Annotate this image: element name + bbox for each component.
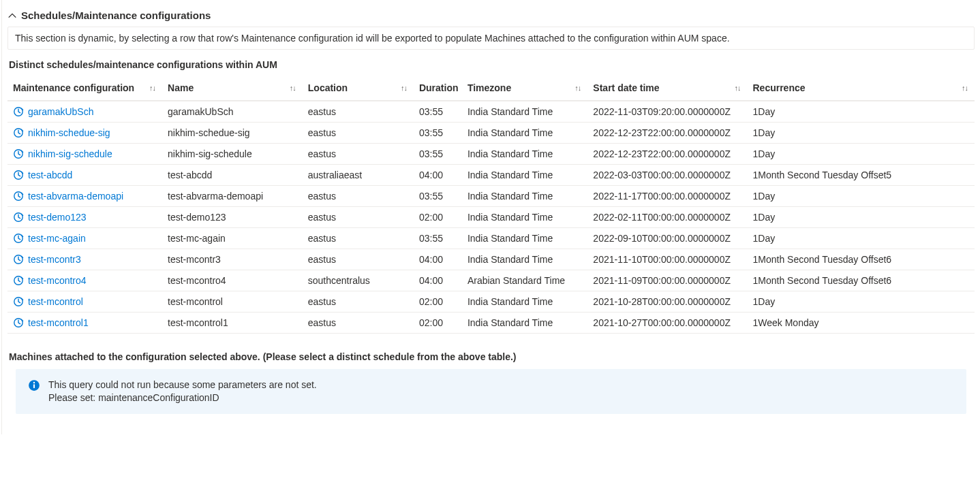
sort-icon[interactable]: ↑↓: [962, 84, 968, 92]
cell-location: eastus: [303, 186, 414, 207]
table-row[interactable]: test-abcddtest-abcddaustraliaeast04:00In…: [7, 165, 975, 186]
cell-timezone: India Standard Time: [462, 101, 587, 123]
maintenance-config-link[interactable]: test-mcontrol1: [28, 317, 89, 328]
table-row[interactable]: test-demo123test-demo123eastus02:00India…: [7, 207, 975, 228]
sort-icon[interactable]: ↑↓: [290, 84, 296, 92]
cell-duration: 03:55: [414, 228, 462, 249]
cell-timezone: India Standard Time: [462, 291, 587, 313]
cell-recurrence: 1Week Monday: [747, 313, 975, 334]
section-title: Schedules/Maintenance configurations: [21, 10, 211, 21]
cell-start: 2021-10-27T00:00:00.0000000Z: [587, 313, 747, 334]
cell-duration: 03:55: [414, 101, 462, 123]
maintenance-config-link[interactable]: nikhim-sig-schedule: [28, 148, 112, 159]
table-row[interactable]: garamakUbSchgaramakUbScheastus03:55India…: [7, 101, 975, 123]
cell-start: 2021-11-09T00:00:00.0000000Z: [587, 270, 747, 291]
table-row[interactable]: test-mcontr3test-mcontr3eastus04:00India…: [7, 249, 975, 270]
table-row[interactable]: test-mc-againtest-mc-againeastus03:55Ind…: [7, 228, 975, 249]
maintenance-config-icon: [13, 254, 24, 265]
maintenance-config-link[interactable]: garamakUbSch: [28, 106, 94, 117]
table-row[interactable]: test-mcontroltest-mcontroleastus02:00Ind…: [7, 291, 975, 313]
cell-location: eastus: [303, 101, 414, 123]
col-header-timezone[interactable]: Timezone ↑↓: [462, 76, 587, 100]
maintenance-config-link[interactable]: test-mc-again: [28, 233, 86, 244]
cell-start: 2022-12-23T22:00:00.0000000Z: [587, 123, 747, 144]
cell-start: 2022-11-17T00:00:00.0000000Z: [587, 186, 747, 207]
maintenance-config-icon: [13, 275, 24, 286]
col-header-start[interactable]: Start date time ↑↓: [587, 76, 747, 100]
maintenance-config-icon: [13, 212, 24, 223]
cell-recurrence: 1Day: [747, 186, 975, 207]
maintenance-config-link[interactable]: test-mcontr3: [28, 254, 81, 265]
section-header[interactable]: Schedules/Maintenance configurations: [7, 4, 975, 24]
col-header-label: Maintenance configuration: [13, 82, 134, 93]
col-header-location[interactable]: Location ↑↓: [303, 76, 414, 100]
schedules-table: Maintenance configuration ↑↓ Name ↑↓ Loc…: [7, 76, 975, 100]
col-header-name[interactable]: Name ↑↓: [162, 76, 303, 100]
cell-duration: 04:00: [414, 165, 462, 186]
maintenance-config-icon: [13, 106, 24, 117]
maintenance-config-icon: [13, 148, 24, 159]
section-intro: This section is dynamic, by selecting a …: [7, 27, 975, 50]
cell-name: test-mcontro4: [162, 270, 303, 291]
cell-recurrence: 1Day: [747, 123, 975, 144]
cell-duration: 03:55: [414, 144, 462, 165]
cell-name: test-mc-again: [162, 228, 303, 249]
cell-location: eastus: [303, 207, 414, 228]
table-scroll-region[interactable]: garamakUbSchgaramakUbScheastus03:55India…: [7, 100, 975, 334]
machines-heading: Machines attached to the configuration s…: [9, 351, 975, 362]
cell-duration: 02:00: [414, 207, 462, 228]
cell-name: test-demo123: [162, 207, 303, 228]
sort-icon[interactable]: ↑↓: [401, 84, 407, 92]
cell-duration: 04:00: [414, 249, 462, 270]
cell-start: 2022-02-11T00:00:00.0000000Z: [587, 207, 747, 228]
table-row[interactable]: nikhim-schedue-signikhim-schedue-sigeast…: [7, 123, 975, 144]
cell-location: eastus: [303, 249, 414, 270]
table-row[interactable]: nikhim-sig-schedulenikhim-sig-scheduleea…: [7, 144, 975, 165]
col-header-label: Recurrence: [752, 82, 805, 93]
cell-location: southcentralus: [303, 270, 414, 291]
cell-name: test-mcontr3: [162, 249, 303, 270]
svg-rect-12: [33, 384, 35, 388]
sort-icon[interactable]: ↑↓: [734, 84, 740, 92]
cell-name: nikhim-sig-schedule: [162, 144, 303, 165]
col-header-recurrence[interactable]: Recurrence ↑↓: [747, 76, 975, 100]
cell-name: test-abvarma-demoapi: [162, 186, 303, 207]
cell-start: 2022-03-03T00:00:00.0000000Z: [587, 165, 747, 186]
cell-name: garamakUbSch: [162, 101, 303, 123]
maintenance-config-icon: [13, 296, 24, 307]
col-header-duration[interactable]: Duration ↑↓: [414, 76, 462, 100]
cell-duration: 04:00: [414, 270, 462, 291]
cell-timezone: India Standard Time: [462, 144, 587, 165]
col-header-mc[interactable]: Maintenance configuration ↑↓: [7, 76, 162, 100]
cell-recurrence: 1Day: [747, 144, 975, 165]
maintenance-config-link[interactable]: test-mcontrol: [28, 296, 83, 307]
cell-timezone: India Standard Time: [462, 313, 587, 334]
maintenance-config-link[interactable]: test-abvarma-demoapi: [28, 191, 123, 202]
table-row[interactable]: test-abvarma-demoapitest-abvarma-demoapi…: [7, 186, 975, 207]
sort-icon[interactable]: ↑↓: [575, 84, 581, 92]
cell-recurrence: 1Month Second Tuesday Offset6: [747, 270, 975, 291]
sort-icon[interactable]: ↑↓: [149, 84, 155, 92]
cell-location: eastus: [303, 228, 414, 249]
col-header-label: Start date time: [593, 82, 659, 93]
cell-duration: 03:55: [414, 186, 462, 207]
maintenance-config-icon: [13, 170, 24, 180]
maintenance-config-link[interactable]: test-abcdd: [28, 170, 72, 180]
col-header-label: Location: [308, 82, 348, 93]
cell-duration: 02:00: [414, 313, 462, 334]
cell-start: 2022-12-23T22:00:00.0000000Z: [587, 144, 747, 165]
svg-point-13: [33, 382, 35, 383]
cell-recurrence: 1Month Second Tuesday Offset5: [747, 165, 975, 186]
table-row[interactable]: test-mcontrol1test-mcontrol1eastus02:00I…: [7, 313, 975, 334]
cell-name: test-mcontrol1: [162, 313, 303, 334]
maintenance-config-link[interactable]: test-mcontro4: [28, 275, 87, 286]
cell-name: test-mcontrol: [162, 291, 303, 313]
cell-timezone: India Standard Time: [462, 123, 587, 144]
table-row[interactable]: test-mcontro4test-mcontro4southcentralus…: [7, 270, 975, 291]
maintenance-config-link[interactable]: nikhim-schedue-sig: [28, 127, 110, 138]
maintenance-config-icon: [13, 127, 24, 138]
sort-icon[interactable]: ↑↓: [449, 84, 455, 92]
col-header-label: Name: [168, 82, 194, 93]
info-banner: This query could not run because some pa…: [16, 369, 966, 414]
maintenance-config-link[interactable]: test-demo123: [28, 212, 87, 223]
